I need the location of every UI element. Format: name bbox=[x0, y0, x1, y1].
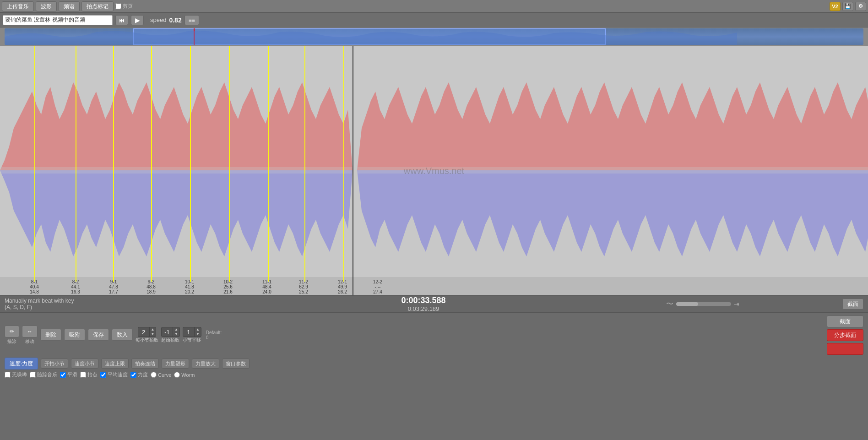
bar-shift-spinner[interactable]: 1 ▲ ▼ bbox=[183, 327, 201, 337]
beat-mark-button[interactable]: 拍点标记 bbox=[81, 1, 114, 11]
top-right-icons: V2 💾 ⚙ bbox=[830, 2, 866, 11]
beats-per-bar-label: 每小节拍数 bbox=[136, 337, 158, 343]
beat-marker-6 bbox=[229, 46, 230, 282]
curve-label: Curve bbox=[158, 372, 171, 378]
curve-radio-label[interactable]: Curve bbox=[151, 372, 171, 378]
follow-music-checkbox-label[interactable]: 随踪音乐 bbox=[30, 371, 57, 378]
start-beat-label: 起始拍数 bbox=[161, 337, 179, 343]
beat-label-12-1: 12-149.926.2 bbox=[329, 279, 356, 294]
input-button[interactable]: 数入 bbox=[112, 329, 133, 341]
view-button[interactable]: 截面 bbox=[842, 299, 863, 310]
speed-label: speed bbox=[150, 16, 166, 23]
bar-shift-down[interactable]: ▼ bbox=[195, 332, 201, 337]
overview-waveform[interactable] bbox=[5, 28, 863, 45]
clip-page-checkbox-label[interactable]: 剪页 bbox=[115, 3, 133, 10]
start-beat-up[interactable]: ▲ bbox=[173, 327, 179, 332]
draw-tool-group: ✏ 描涂 bbox=[5, 326, 19, 345]
select-button[interactable]: ↔ bbox=[22, 326, 38, 337]
beat-label-11-2: 11-262.925.2 bbox=[290, 279, 317, 294]
status-text: Manually mark beat with key (A, S, D, F) bbox=[5, 298, 284, 310]
smooth-checkbox-label[interactable]: 平滑 bbox=[60, 371, 77, 378]
time-current: 0:00:33.588 bbox=[284, 296, 563, 305]
avg-speed-checkbox[interactable] bbox=[100, 372, 106, 378]
beats-per-bar-arrows: ▲ ▼ bbox=[149, 327, 156, 337]
select-label: 移动 bbox=[25, 338, 34, 345]
start-beat-group: -1 ▲ ▼ 起始拍数 bbox=[161, 327, 180, 343]
no-noise-checkbox[interactable] bbox=[5, 372, 11, 378]
start-beat-down[interactable]: ▼ bbox=[173, 332, 179, 337]
start-beat-arrows: ▲ ▼ bbox=[173, 327, 179, 337]
force-label: 力度 bbox=[138, 371, 148, 378]
select-tool-group: ↔ 移动 bbox=[22, 326, 38, 345]
bar-shift-up[interactable]: ▲ bbox=[195, 327, 201, 332]
spectrum-button[interactable]: 频谱 bbox=[59, 1, 80, 11]
active-tool-row: 速度·力度 开拍小节 速度小节 速度上限 拍奏连结 力量塑形 力量放大 窗口参数 bbox=[5, 358, 863, 369]
zoom-slider[interactable] bbox=[676, 302, 731, 306]
beat-marker-2 bbox=[76, 46, 76, 282]
play-button[interactable]: ▶ bbox=[131, 15, 144, 25]
follow-music-label: 随踪音乐 bbox=[37, 371, 57, 378]
worm-label: Worm bbox=[181, 372, 195, 378]
input-tool-group: 数入 bbox=[112, 329, 133, 342]
overview-svg bbox=[5, 28, 863, 45]
beats-per-bar-spinner[interactable]: 2 ▲ ▼ bbox=[138, 327, 157, 337]
open-bar-button[interactable]: 开拍小节 bbox=[41, 359, 68, 369]
curve-radio[interactable] bbox=[151, 372, 157, 378]
settings-icon-button[interactable]: ⚙ bbox=[855, 2, 866, 11]
rewind-button[interactable]: ⏮ bbox=[115, 15, 128, 25]
v2-button[interactable]: V2 bbox=[830, 2, 841, 11]
bar-shift-arrows: ▲ ▼ bbox=[194, 327, 201, 337]
split-section-button[interactable]: 分步截面 bbox=[827, 329, 863, 341]
lift-point-checkbox[interactable] bbox=[80, 372, 86, 378]
beats-per-bar-up[interactable]: ▲ bbox=[150, 327, 156, 332]
playhead-line bbox=[353, 46, 353, 295]
bar-shift-label: 小节平移 bbox=[183, 337, 201, 343]
view-section-button[interactable]: 截面 bbox=[827, 315, 863, 327]
time-display: 0:00:33.588 0:03:29.189 bbox=[284, 296, 563, 312]
song-title-input[interactable] bbox=[3, 15, 113, 25]
force-checkbox-label[interactable]: 力度 bbox=[130, 371, 148, 378]
clip-page-checkbox[interactable] bbox=[115, 3, 121, 9]
default-text: Default: bbox=[206, 330, 222, 335]
main-waveform[interactable]: www.Vmus.net 8-140.414.8 8-244.116.3 9-1… bbox=[0, 46, 868, 295]
worm-radio[interactable] bbox=[174, 372, 180, 378]
waveform-button[interactable]: 波形 bbox=[36, 1, 57, 11]
window-params-button[interactable]: 窗口参数 bbox=[222, 359, 250, 369]
force-shape-button[interactable]: 力量塑形 bbox=[162, 359, 189, 369]
bar-shift-value: 1 bbox=[183, 329, 194, 336]
status-line1: Manually mark beat with key bbox=[5, 298, 284, 304]
beat-label-12-2: 12-2-.--27.4 bbox=[364, 279, 391, 294]
force-amplify-button[interactable]: 力量放大 bbox=[192, 359, 219, 369]
avg-speed-checkbox-label[interactable]: 平均速度 bbox=[100, 371, 128, 378]
no-noise-checkbox-label[interactable]: 无噪哗 bbox=[5, 371, 27, 378]
no-noise-label: 无噪哗 bbox=[12, 371, 27, 378]
absorb-button[interactable]: 吸附 bbox=[64, 329, 85, 341]
start-beat-value: -1 bbox=[162, 329, 173, 336]
beat-connect-button[interactable]: 拍奏连结 bbox=[131, 359, 159, 369]
eq-button[interactable]: ≡≡ bbox=[184, 15, 199, 25]
absorb-tool-group: 吸附 bbox=[64, 329, 85, 342]
default-value: 0 bbox=[206, 335, 209, 340]
start-beat-spinner[interactable]: -1 ▲ ▼ bbox=[161, 327, 180, 337]
active-tool-button[interactable]: 速度·力度 bbox=[5, 358, 38, 369]
waveform-zoom-controls: 〜 ⇥ bbox=[563, 299, 842, 309]
red-slider-bar[interactable] bbox=[827, 343, 863, 355]
speed-value: 0.82 bbox=[169, 16, 181, 24]
beats-per-bar-group: 2 ▲ ▼ 每小节拍数 bbox=[136, 327, 158, 343]
beats-per-bar-down[interactable]: ▼ bbox=[150, 332, 156, 337]
smooth-checkbox[interactable] bbox=[60, 372, 66, 378]
draw-button[interactable]: ✏ bbox=[5, 326, 19, 337]
save-icon-button[interactable]: 💾 bbox=[842, 2, 853, 11]
speed-bar-button[interactable]: 速度小节 bbox=[71, 359, 98, 369]
waveform-icon: 〜 bbox=[666, 299, 673, 309]
delete-button[interactable]: 删除 bbox=[40, 329, 61, 341]
worm-radio-label[interactable]: Worm bbox=[174, 372, 195, 378]
upload-music-button[interactable]: 上传音乐 bbox=[2, 1, 34, 11]
speed-limit-button[interactable]: 速度上限 bbox=[101, 359, 129, 369]
second-row-toolbar: ⏮ ▶ speed 0.82 ≡≡ bbox=[0, 13, 868, 27]
save-button[interactable]: 保存 bbox=[88, 329, 109, 341]
lift-point-checkbox-label[interactable]: 抬点 bbox=[80, 371, 98, 378]
follow-music-checkbox[interactable] bbox=[30, 372, 36, 378]
beats-per-bar-value: 2 bbox=[138, 329, 149, 336]
force-checkbox[interactable] bbox=[130, 372, 136, 378]
